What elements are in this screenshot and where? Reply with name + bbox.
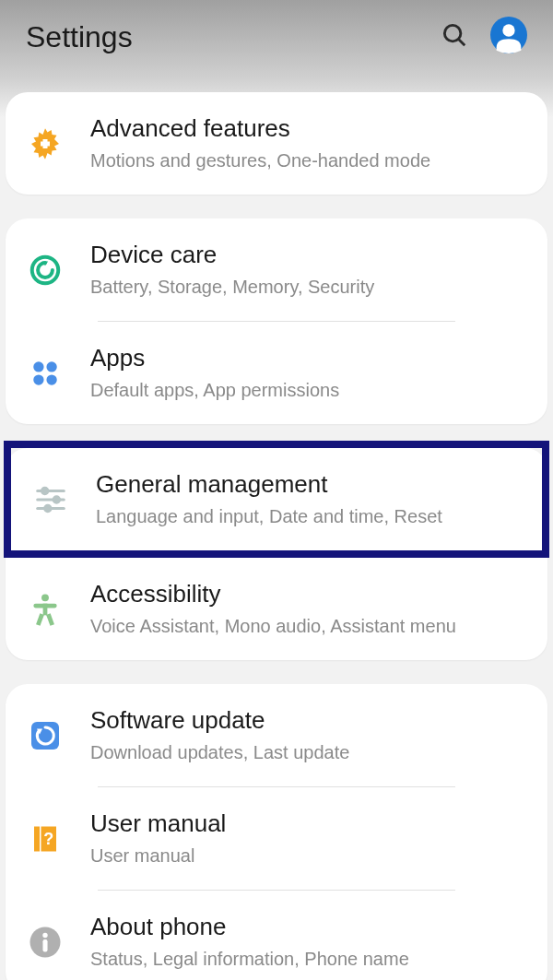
item-texts: General management Language and input, D… [96, 470, 524, 528]
item-subtitle: User manual [90, 844, 529, 868]
item-title: Apps [90, 344, 529, 372]
svg-line-1 [459, 40, 465, 46]
item-subtitle: Status, Legal information, Phone name [90, 947, 529, 971]
item-title: Device care [90, 241, 529, 269]
item-subtitle: Download updates, Last update [90, 740, 529, 764]
header-icons [441, 17, 527, 57]
svg-point-29 [42, 932, 47, 937]
settings-item-about-phone[interactable]: About phone Status, Legal information, P… [6, 891, 547, 980]
item-texts: Device care Battery, Storage, Memory, Se… [90, 241, 529, 299]
svg-point-9 [46, 361, 56, 372]
item-texts: Apps Default apps, App permissions [90, 344, 529, 402]
settings-item-general-management[interactable]: General management Language and input, D… [4, 441, 549, 558]
settings-item-accessibility[interactable]: Accessibility Voice Assistant, Mono audi… [6, 558, 547, 660]
item-title: General management [96, 470, 524, 499]
item-title: User manual [90, 809, 529, 838]
header: Settings [0, 0, 553, 83]
item-texts: About phone Status, Legal information, P… [90, 913, 529, 971]
svg-rect-25 [34, 826, 40, 851]
item-texts: User manual User manual [90, 809, 529, 868]
svg-rect-5 [41, 141, 50, 146]
item-subtitle: Battery, Storage, Memory, Security [90, 275, 529, 299]
item-title: Accessibility [90, 580, 529, 608]
device-care-icon [24, 249, 66, 291]
settings-card: Device care Battery, Storage, Memory, Se… [6, 218, 547, 424]
software-update-icon [24, 714, 66, 757]
svg-point-11 [46, 374, 56, 384]
settings-item-user-manual[interactable]: ? User manual User manual [6, 787, 547, 890]
svg-point-16 [53, 496, 59, 502]
item-title: About phone [90, 913, 529, 941]
profile-icon[interactable] [490, 17, 527, 57]
svg-rect-30 [42, 939, 47, 952]
settings-item-apps[interactable]: Apps Default apps, App permissions [6, 322, 547, 424]
item-title: Software update [90, 706, 529, 735]
item-subtitle: Default apps, App permissions [90, 378, 529, 402]
svg-point-17 [45, 505, 51, 511]
accessibility-icon [24, 588, 66, 631]
svg-text:?: ? [43, 830, 53, 848]
item-texts: Advanced features Motions and gestures, … [90, 114, 529, 172]
svg-point-3 [502, 24, 514, 36]
svg-point-10 [33, 374, 43, 384]
item-title: Advanced features [90, 114, 529, 143]
sliders-icon [29, 478, 72, 521]
svg-point-0 [444, 25, 461, 41]
item-subtitle: Motions and gestures, One-handed mode [90, 148, 529, 172]
info-icon [24, 921, 66, 963]
settings-item-advanced-features[interactable]: Advanced features Motions and gestures, … [6, 92, 547, 195]
settings-list: Advanced features Motions and gestures, … [0, 83, 553, 980]
item-subtitle: Language and input, Date and time, Reset [96, 504, 524, 528]
item-texts: Software update Download updates, Last u… [90, 706, 529, 764]
settings-card: Advanced features Motions and gestures, … [6, 92, 547, 195]
svg-point-18 [41, 594, 49, 601]
svg-point-6 [32, 256, 59, 283]
settings-item-device-care[interactable]: Device care Battery, Storage, Memory, Se… [6, 218, 547, 321]
search-icon[interactable] [441, 21, 468, 53]
settings-card: General management Language and input, D… [6, 448, 547, 660]
svg-point-8 [33, 361, 43, 372]
page-title: Settings [26, 20, 441, 54]
svg-rect-21 [36, 613, 44, 626]
settings-item-software-update[interactable]: Software update Download updates, Last u… [6, 684, 547, 786]
gear-plus-icon [24, 123, 66, 165]
settings-card: Software update Download updates, Last u… [6, 684, 547, 980]
user-manual-icon: ? [24, 818, 66, 860]
apps-icon [24, 352, 66, 395]
item-texts: Accessibility Voice Assistant, Mono audi… [90, 580, 529, 638]
svg-rect-20 [43, 603, 48, 615]
svg-point-15 [42, 488, 48, 493]
item-subtitle: Voice Assistant, Mono audio, Assistant m… [90, 614, 529, 638]
svg-rect-22 [46, 613, 54, 626]
